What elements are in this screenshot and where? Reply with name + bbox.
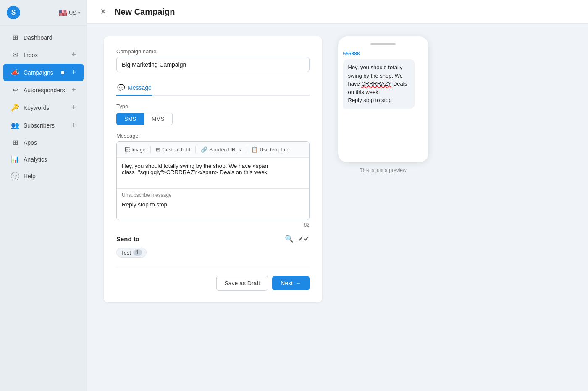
sidebar-item-label: Analytics [24,156,47,163]
locale-selector[interactable]: 🇺🇸 US ▾ [59,9,80,17]
sidebar-item-label: Help [24,173,36,180]
char-count: 62 [116,222,310,228]
apps-icon: ⊞ [11,138,19,146]
sidebar-item-autoresponders[interactable]: ↩ Autoresponders + [3,81,84,99]
keywords-icon: 🔑 [11,104,19,112]
sidebar-item-label: Dashboard [24,34,52,41]
tab-bar: 💬 Message [116,81,310,96]
message-label: Message [116,133,310,139]
plus-icon: + [71,103,76,112]
check-all-icon[interactable]: ✔✔ [298,235,310,243]
flag-icon: 🇺🇸 [59,9,67,17]
inbox-icon: ✉ [11,51,19,59]
sidebar-item-analytics[interactable]: 📊 Analytics [3,151,84,167]
sidebar-item-label: Subscribers [24,122,55,129]
chevron-down-icon: ▾ [78,10,80,15]
sidebar-item-label: Apps [24,139,37,146]
sidebar-item-apps[interactable]: ⊞ Apps [3,134,84,151]
tab-message[interactable]: 💬 Message [116,81,152,96]
form-footer: Save as Draft Next → [116,268,310,291]
active-badge [61,71,64,74]
preview-message-line1: Hey, you should totally [348,64,403,70]
subscribers-icon: 👥 [11,121,19,129]
plus-icon: + [71,68,76,77]
preview-message-line2: swing by the shop. We [348,73,403,79]
preview-message-line4: on this week. [348,89,380,95]
close-icon: ✕ [100,7,106,16]
dashboard-icon: ⊞ [11,34,19,42]
sms-type-button[interactable]: SMS [116,113,144,125]
save-draft-button[interactable]: Save as Draft [216,276,268,291]
sidebar-item-keywords[interactable]: 🔑 Keywords + [3,99,84,116]
tag-name: Test [121,250,131,256]
shorten-urls-toolbar-button[interactable]: 🔗 Shorten URLs [197,145,244,154]
next-label: Next [281,280,293,287]
use-template-label: Use template [260,147,289,153]
mms-type-button[interactable]: MMS [144,113,172,125]
image-icon: 🖼 [124,146,130,153]
content-area: Campaign name 💬 Message Type SMS MMS [87,24,588,391]
sidebar-header: S 🇺🇸 US ▾ [0,0,87,26]
send-to-label: Send to [116,235,139,242]
plus-icon: + [71,50,76,59]
sidebar-item-inbox[interactable]: ✉ Inbox + [3,46,84,63]
sidebar-item-label: Autoresponders [24,87,65,94]
topbar: ✕ New Campaign [87,0,588,24]
campaign-name-field: Campaign name [116,48,310,72]
toolbar-divider [195,146,196,153]
shorten-urls-label: Shorten URLs [209,147,241,153]
logo-letter: S [11,9,16,16]
tag-count: 1 [133,249,142,256]
phone-notch [370,43,396,45]
plus-icon: + [71,121,76,130]
preview-note: This is just a preview [360,167,406,173]
message-field: Message 🖼 Image ⊞ Custom field [116,133,310,228]
send-to-row: Send to 🔍 ✔✔ [116,235,310,243]
search-icon[interactable]: 🔍 [285,235,294,243]
send-to-icons: 🔍 ✔✔ [285,235,310,243]
custom-field-label: Custom field [162,147,190,153]
send-to-tags: Test 1 [116,248,310,258]
campaign-name-label: Campaign name [116,48,310,55]
preview-phone-number: 555888 [343,51,423,57]
main-area: ✕ New Campaign Campaign name 💬 Message T… [87,0,588,391]
sidebar-item-campaigns[interactable]: 📣 Campaigns + [3,64,84,81]
page-title: New Campaign [115,7,175,17]
unsubscribe-label: Unsubscribe message [117,189,309,200]
help-icon: ? [11,172,19,180]
custom-field-toolbar-button[interactable]: ⊞ Custom field [152,145,194,154]
sidebar: S 🇺🇸 US ▾ ⊞ Dashboard ✉ Inbox + 📣 Campai… [0,0,87,391]
use-template-toolbar-button[interactable]: 📋 Use template [248,145,293,154]
image-label: Image [131,147,145,153]
sidebar-item-help[interactable]: ? Help [3,168,84,185]
campaign-name-input[interactable] [116,57,310,72]
preview-crrrrazy: CRRRRAZY [361,81,391,87]
custom-field-icon: ⊞ [156,146,160,153]
image-toolbar-button[interactable]: 🖼 Image [121,145,149,154]
close-button[interactable]: ✕ [97,6,109,18]
message-textarea[interactable]: Hey, you should totally swing by the sho… [117,158,309,187]
locale-label: US [69,10,76,16]
sidebar-nav: ⊞ Dashboard ✉ Inbox + 📣 Campaigns + ↩ Au… [0,26,87,391]
sidebar-item-label: Keywords [24,104,49,111]
toolbar-divider [150,146,151,153]
campaigns-icon: 📣 [11,68,19,76]
app-logo[interactable]: S [7,6,20,19]
tag-chip[interactable]: Test 1 [116,248,147,258]
plus-icon: + [71,86,76,94]
sidebar-item-dashboard[interactable]: ⊞ Dashboard [3,29,84,46]
autoresponders-icon: ↩ [11,86,19,94]
preview-sms-bubble: Hey, you should totally swing by the sho… [343,59,415,109]
preview-message-line5: Reply stop to stop [348,97,392,103]
sidebar-item-label: Inbox [24,52,38,58]
toolbar-divider [246,146,246,153]
template-icon: 📋 [251,146,258,153]
sidebar-item-subscribers[interactable]: 👥 Subscribers + [3,117,84,134]
message-toolbar: 🖼 Image ⊞ Custom field 🔗 Shorten URLs [117,142,309,158]
type-field: Type SMS MMS [116,103,310,125]
type-label: Type [116,103,310,109]
message-tab-icon: 💬 [117,84,125,91]
next-button[interactable]: Next → [272,276,310,290]
campaign-form-card: Campaign name 💬 Message Type SMS MMS [104,36,322,302]
unsubscribe-textarea[interactable]: Reply stop to stop [117,200,309,218]
